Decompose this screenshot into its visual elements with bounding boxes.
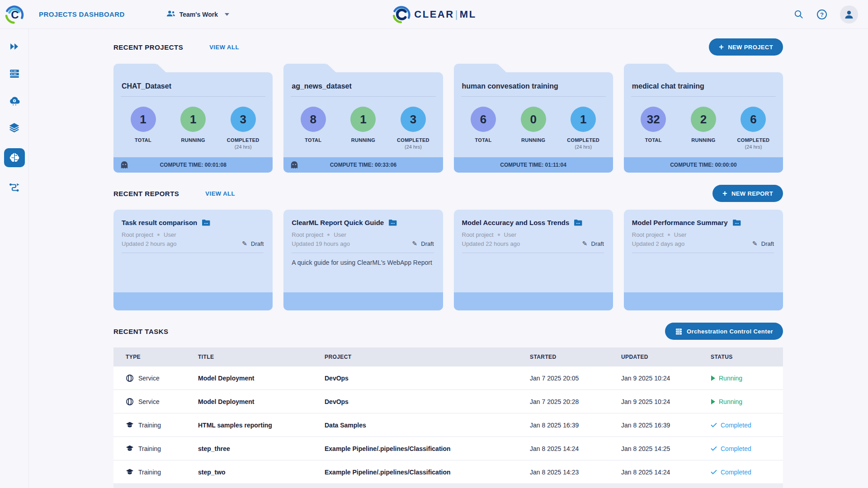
service-type-icon <box>126 398 134 406</box>
sidebar-item-workers-queues[interactable] <box>4 67 25 80</box>
table-row[interactable]: Service Model Deployment DevOps Jan 7 20… <box>113 366 783 390</box>
running-icon <box>711 399 715 404</box>
help-icon[interactable]: ? <box>816 9 827 20</box>
column-type[interactable]: TYPE <box>126 354 198 360</box>
sidebar-item-datasets[interactable] <box>4 121 25 135</box>
project-card[interactable]: ag_news_dataset 8TOTAL 1RUNNING 3COMPLET… <box>283 72 443 173</box>
search-icon[interactable] <box>793 9 804 19</box>
report-updated: Updated 22 hours ago <box>462 240 520 247</box>
task-started: Jan 7 2025 20:28 <box>530 398 621 405</box>
recent-reports-title: RECENT REPORTS <box>113 190 179 197</box>
task-status: Running <box>719 375 742 382</box>
completed-count: 3 <box>401 107 426 132</box>
report-card[interactable]: ClearML Report Quick Guide Root projectU… <box>283 210 443 310</box>
project-cards-row: CHAT_Dataset 1TOTAL 1RUNNING 3COMPLETED(… <box>113 72 783 173</box>
main-content: RECENT PROJECTS VIEW ALL + NEW PROJECT C… <box>29 29 868 488</box>
project-card[interactable]: human convesation training 6TOTAL 0RUNNI… <box>454 72 613 173</box>
task-updated: Jan 9 2025 10:24 <box>621 398 711 405</box>
recent-tasks-header: RECENT TASKS Orchestration Control Cente… <box>113 322 783 340</box>
completed-check-icon <box>711 469 717 474</box>
report-status: Draft <box>761 240 774 247</box>
dot-separator <box>668 234 670 236</box>
page-title[interactable]: PROJECTS DASHBOARD <box>39 10 125 18</box>
project-card[interactable]: medical chat training 32TOTAL 2RUNNING 6… <box>624 72 783 173</box>
project-card[interactable]: CHAT_Dataset 1TOTAL 1RUNNING 3COMPLETED(… <box>113 72 273 173</box>
report-status: Draft <box>591 240 604 247</box>
recent-tasks-title: RECENT TASKS <box>113 328 169 335</box>
reports-view-all-link[interactable]: VIEW ALL <box>205 190 235 197</box>
ghost-icon <box>120 161 129 170</box>
task-updated: Jan 8 2025 16:39 <box>621 422 711 429</box>
dot-separator <box>498 234 500 236</box>
sidebar-item-applications[interactable] <box>4 94 25 108</box>
report-title: Task result comparison <box>122 219 197 226</box>
new-project-button[interactable]: + NEW PROJECT <box>709 38 783 56</box>
project-name: medical chat training <box>624 72 783 90</box>
app-header: C PROJECTS DASHBOARD Team's Work CLEAR|M… <box>0 0 868 29</box>
chevron-down-icon <box>225 13 229 16</box>
table-row[interactable]: Training step_three Example Pipeline/.pi… <box>113 437 783 460</box>
folder-tab <box>454 64 497 72</box>
running-icon <box>711 375 715 381</box>
training-type-icon <box>126 445 134 452</box>
column-status[interactable]: STATUS <box>711 354 783 360</box>
projects-view-all-link[interactable]: VIEW ALL <box>209 44 239 51</box>
folder-tab <box>113 64 157 72</box>
report-project: Root project <box>462 231 494 238</box>
orchestration-control-center-button[interactable]: Orchestration Control Center <box>665 323 783 340</box>
task-started: Jan 8 2025 16:39 <box>530 422 621 429</box>
report-card[interactable]: Model Accuracy and Loss Trends Root proj… <box>454 210 613 310</box>
task-status: Completed <box>721 469 751 476</box>
pencil-icon: ✎ <box>582 240 588 247</box>
task-type: Training <box>138 469 161 476</box>
report-status: Draft <box>421 240 434 247</box>
project-name: ag_news_dataset <box>283 72 443 90</box>
new-report-button[interactable]: + NEW REPORT <box>712 185 783 202</box>
task-type: Training <box>138 422 161 429</box>
task-project: Example Pipeline/.pipelines/Classificati… <box>325 469 530 476</box>
workspace-selector[interactable]: Team's Work <box>166 10 229 19</box>
running-count: 2 <box>691 107 716 132</box>
running-count: 0 <box>521 107 546 132</box>
table-header-row: TYPE TITLE PROJECT STARTED UPDATED STATU… <box>113 347 783 366</box>
report-card[interactable]: Model Performance Summary Root projectUs… <box>624 210 783 310</box>
user-avatar[interactable] <box>840 5 858 23</box>
sidebar-item-dashboard[interactable] <box>4 40 25 53</box>
task-started: Jan 7 2025 20:05 <box>530 375 621 382</box>
total-count: 1 <box>131 107 156 132</box>
task-status: Completed <box>721 422 751 429</box>
task-project: Data Samples <box>325 422 530 429</box>
report-card[interactable]: Task result comparison Root projectUser … <box>113 210 273 310</box>
total-count: 32 <box>641 107 666 132</box>
report-description: A quick guide for using ClearML's WebApp… <box>292 259 434 267</box>
recent-projects-header: RECENT PROJECTS VIEW ALL + NEW PROJECT <box>113 38 783 56</box>
task-started: Jan 8 2025 14:24 <box>530 445 621 452</box>
sidebar-nav <box>0 29 29 488</box>
compute-time-label: COMPUTE TIME: 00:33:06 <box>330 162 396 168</box>
sidebar-item-projects-active[interactable] <box>4 148 25 167</box>
dot-separator <box>327 234 330 236</box>
table-row[interactable]: Service Model Deployment DevOps Jan 7 20… <box>113 390 783 413</box>
task-status: Completed <box>721 445 751 452</box>
report-project: Root project <box>292 231 323 238</box>
table-row[interactable]: Training step_two Example Pipeline/.pipe… <box>113 460 783 484</box>
clearml-logo-icon[interactable]: C <box>0 0 29 29</box>
column-updated[interactable]: UPDATED <box>621 354 711 360</box>
completed-check-icon <box>711 446 717 451</box>
sidebar-item-pipelines[interactable] <box>4 181 25 194</box>
report-footer-bar <box>283 292 443 310</box>
project-name: CHAT_Dataset <box>113 72 273 90</box>
svg-text:C: C <box>11 8 19 20</box>
report-updated: Updated 19 hours ago <box>292 240 350 247</box>
task-project: DevOps <box>325 398 530 405</box>
task-title: Model Deployment <box>198 398 325 405</box>
column-title[interactable]: TITLE <box>198 354 325 360</box>
task-project: DevOps <box>325 375 530 382</box>
table-row[interactable]: Training HTML samples reporting Data Sam… <box>113 413 783 437</box>
report-author: User <box>674 231 686 238</box>
report-footer-bar <box>454 292 613 310</box>
recent-reports-header: RECENT REPORTS VIEW ALL + NEW REPORT <box>113 184 783 202</box>
team-icon <box>166 10 175 19</box>
column-project[interactable]: PROJECT <box>325 354 530 360</box>
column-started[interactable]: STARTED <box>530 354 621 360</box>
